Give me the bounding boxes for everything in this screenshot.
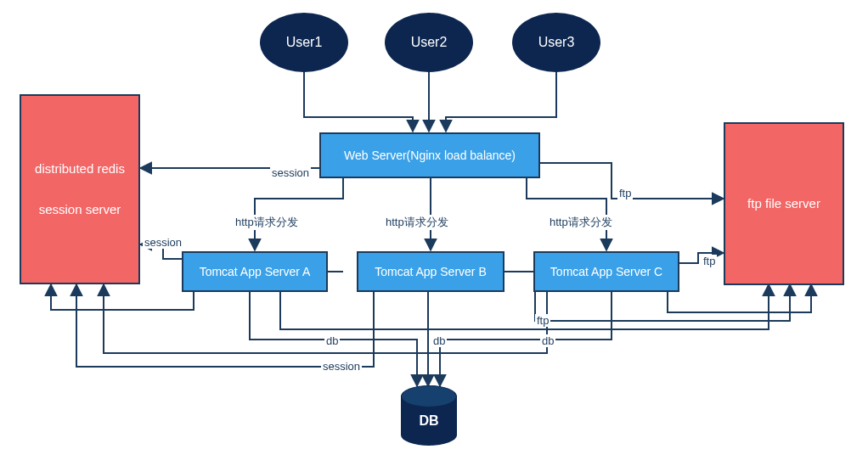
edge-label-http: http请求分发 — [234, 215, 300, 230]
edge-label-ftp: ftp — [535, 314, 550, 327]
db-node: DB — [401, 386, 457, 446]
tomcat-b-node: Tomcat App Server B — [357, 251, 504, 292]
edge-label-db: db — [431, 334, 447, 347]
edge-label-session: session — [321, 360, 362, 373]
edge-label-session: session — [270, 166, 311, 179]
tomcat-c-node: Tomcat App Server C — [533, 251, 679, 292]
user-node-2: User2 — [385, 13, 473, 72]
ftp-server-node: ftp file server — [724, 122, 844, 285]
edge-label-ftp: ftp — [617, 187, 633, 199]
web-server-node: Web Server(Nginx load balance) — [319, 132, 540, 178]
edge-label-http: http请求分发 — [548, 215, 614, 230]
db-label: DB — [401, 413, 457, 429]
tomcat-a-node: Tomcat App Server A — [182, 251, 328, 292]
edge-label-session: session — [143, 236, 183, 249]
user-node-3: User3 — [512, 13, 600, 72]
edge-label-db: db — [324, 334, 340, 347]
user-node-1: User1 — [260, 13, 348, 72]
redis-server-node: distributed redis session server — [20, 94, 140, 284]
edge-label-http: http请求分发 — [384, 215, 450, 230]
edge-label-ftp: ftp — [702, 255, 717, 267]
edge-label-db: db — [540, 334, 555, 347]
